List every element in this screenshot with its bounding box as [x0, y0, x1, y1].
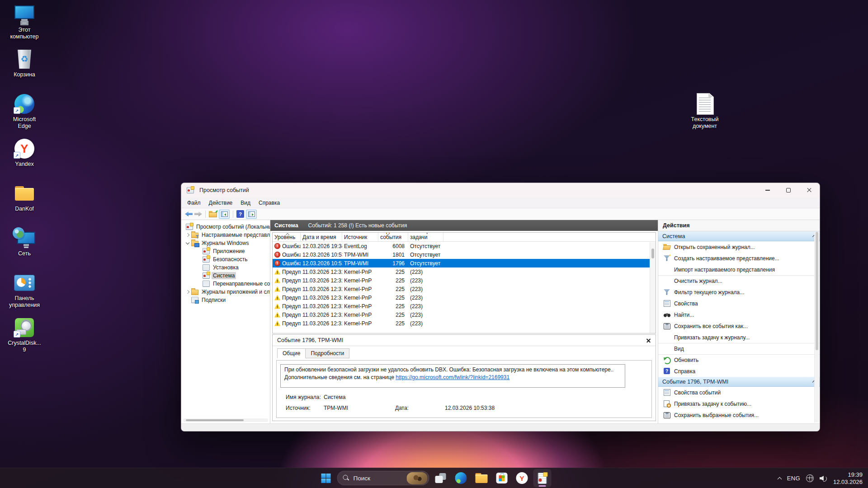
forward-icon[interactable] — [194, 211, 202, 216]
event-message-link[interactable]: https://go.microsoft.com/fwlink/?linkid=… — [396, 374, 509, 380]
close-button[interactable] — [799, 183, 820, 197]
cell-task-category: Отсутствует — [408, 243, 443, 249]
tree-expander[interactable] — [184, 243, 191, 244]
action-item[interactable]: Обновить — [658, 354, 820, 366]
cell-task-category: (223) — [408, 277, 443, 284]
desktop-icon[interactable]: DanKof — [3, 183, 46, 227]
action-item[interactable]: Создать настраиваемое представление... — [658, 253, 820, 264]
action-item[interactable]: Фильтр текущего журнала... — [658, 286, 820, 298]
action-item[interactable]: Импорт настраиваемого представления — [658, 264, 820, 275]
tree-item[interactable]: Журналы приложений и служб — [181, 288, 270, 296]
desktop-icon[interactable]: Этот компьютер — [3, 4, 46, 48]
table-row[interactable]: Предупреж... 11.03.2026 12:31:39 Kernel-… — [273, 276, 656, 285]
action-item[interactable]: Вид — [658, 343, 820, 354]
tray-overflow-chevron-icon[interactable] — [777, 477, 782, 482]
table-row[interactable]: Предупреж... 11.03.2026 12:31:39 Kernel-… — [273, 302, 656, 310]
search-doodle-image[interactable] — [407, 472, 428, 484]
tree-item[interactable]: Просмотр событий (Локальный) — [181, 223, 270, 231]
tree-item[interactable]: Подписки — [181, 296, 270, 304]
action-item[interactable]: Привязать задачу к журналу... — [658, 332, 820, 343]
column-header[interactable]: Источник — [342, 233, 378, 241]
tree-item[interactable]: Безопасность — [181, 255, 270, 263]
table-row[interactable]: Ошибка 12.03.2026 19:34:54 EventLog 6008… — [273, 242, 656, 250]
details-title: Событие 1796, TPM-WMI — [277, 337, 646, 343]
action-item[interactable]: Привязать задачу к событию... — [658, 398, 820, 409]
actions-vertical-scrollbar[interactable] — [814, 232, 819, 422]
network-no-internet-icon[interactable] — [806, 474, 814, 482]
table-row[interactable]: Ошибка 12.03.2026 10:53:38 TPM-WMI 1801 … — [273, 250, 656, 259]
back-icon[interactable] — [185, 211, 193, 216]
taskbar-search[interactable]: Поиск — [337, 471, 429, 485]
open-saved-log-icon[interactable] — [209, 211, 217, 217]
table-row[interactable]: Предупреж... 11.03.2026 12:31:39 Kernel-… — [273, 310, 656, 319]
table-row[interactable]: Предупреж... 11.03.2026 12:31:39 Kernel-… — [273, 319, 656, 328]
desktop-icon-text-document[interactable]: Текстовый документ — [684, 93, 726, 138]
actions-section-event[interactable]: Событие 1796, TPM-WMI — [658, 377, 820, 387]
action-item[interactable]: Найти... — [658, 309, 820, 320]
column-header[interactable]: Код события — [378, 233, 408, 241]
tree-item[interactable]: Приложение — [181, 247, 270, 255]
microsoft-store-button[interactable] — [493, 469, 511, 487]
action-item[interactable]: Сохранить выбранные события... — [658, 409, 820, 421]
action-item[interactable]: Сохранить все события как... — [658, 320, 820, 332]
desktop-icon[interactable]: Yandex — [3, 138, 46, 183]
task-view-button[interactable] — [432, 469, 450, 487]
tree-item[interactable]: Настраиваемые представления — [181, 231, 270, 239]
desktop-icon[interactable]: Панель управления — [3, 272, 46, 317]
menu-item[interactable]: Справка — [255, 198, 284, 207]
tree-expander[interactable] — [184, 291, 191, 293]
file-explorer-button[interactable] — [472, 469, 491, 487]
cell-level: Предупреж... — [282, 269, 301, 275]
table-row[interactable]: Предупреж... 11.03.2026 12:31:39 Kernel-… — [273, 293, 656, 302]
table-row[interactable]: Предупреж... 11.03.2026 12:31:39 Kernel-… — [273, 285, 656, 293]
help-icon[interactable]: ? — [236, 210, 244, 218]
text-document-icon — [693, 93, 717, 115]
column-header[interactable]: Категория задачи — [408, 233, 443, 241]
maximize-button[interactable] — [778, 183, 799, 197]
action-pane-toggle-icon[interactable] — [246, 210, 257, 219]
console-tree-toggle-icon[interactable] — [219, 210, 230, 219]
minimize-button[interactable] — [757, 183, 778, 197]
menubar: ФайлДействиеВидСправка — [181, 197, 820, 208]
tree-item[interactable]: Система — [181, 272, 270, 280]
menu-item[interactable]: Вид — [236, 198, 255, 207]
action-item[interactable]: Свойства — [658, 298, 820, 309]
table-row[interactable]: Предупреж... 11.03.2026 12:31:39 Kernel-… — [273, 267, 656, 276]
details-tab[interactable]: Общие — [277, 348, 306, 358]
menu-item[interactable]: Действие — [205, 198, 237, 207]
tree-horizontal-scrollbar[interactable] — [183, 418, 268, 422]
language-indicator[interactable]: ENG — [787, 475, 800, 482]
tree-item[interactable]: Установка — [181, 263, 270, 272]
cell-level: Предупреж... — [282, 312, 301, 318]
list-vertical-scrollbar[interactable] — [650, 242, 656, 333]
tray-clock[interactable]: 19:39 12.03.2026 — [833, 471, 863, 486]
cell-level: Ошибка — [282, 243, 301, 249]
edge-taskbar-button[interactable] — [452, 469, 470, 487]
menu-item[interactable]: Файл — [183, 198, 205, 207]
action-item[interactable]: Очистить журнал... — [658, 275, 820, 286]
tree-item[interactable]: Перенаправленные события — [181, 280, 270, 288]
action-item[interactable]: Справка — [658, 366, 820, 377]
action-item[interactable]: Свойства событий — [658, 387, 820, 398]
details-close-icon[interactable] — [646, 338, 651, 343]
cell-datetime: 11.03.2026 12:31:39 — [301, 269, 342, 275]
yandex-taskbar-button[interactable]: Y — [513, 469, 531, 487]
details-tab[interactable]: Подробности — [305, 348, 349, 358]
desktop-icon[interactable]: Корзина — [3, 48, 46, 93]
volume-icon[interactable] — [820, 475, 827, 482]
table-row[interactable]: Ошибка 12.03.2026 10:53:38 TPM-WMI 1796 … — [273, 259, 656, 267]
column-header[interactable]: Дата и время — [301, 233, 342, 241]
actions-section-system[interactable]: Система — [658, 231, 820, 241]
desktop-icon[interactable]: Сеть — [3, 227, 46, 272]
action-item[interactable]: Открыть сохраненный журнал... — [658, 241, 820, 253]
tree-item[interactable]: Журналы Windows — [181, 239, 270, 247]
desktop-icon[interactable]: CrystalDisk... 9 — [3, 317, 46, 361]
desktop-icon[interactable]: Microsoft Edge — [3, 93, 46, 138]
event-viewer-icon — [538, 473, 547, 484]
tree-expander[interactable] — [184, 234, 191, 236]
event-viewer-taskbar-button[interactable] — [533, 469, 552, 487]
titlebar[interactable]: Просмотр событий — [181, 183, 820, 197]
start-button[interactable] — [317, 469, 335, 487]
log-info: Событий: 1 258 (!) Есть новые события — [308, 222, 407, 229]
toolbar-separator — [233, 211, 233, 218]
